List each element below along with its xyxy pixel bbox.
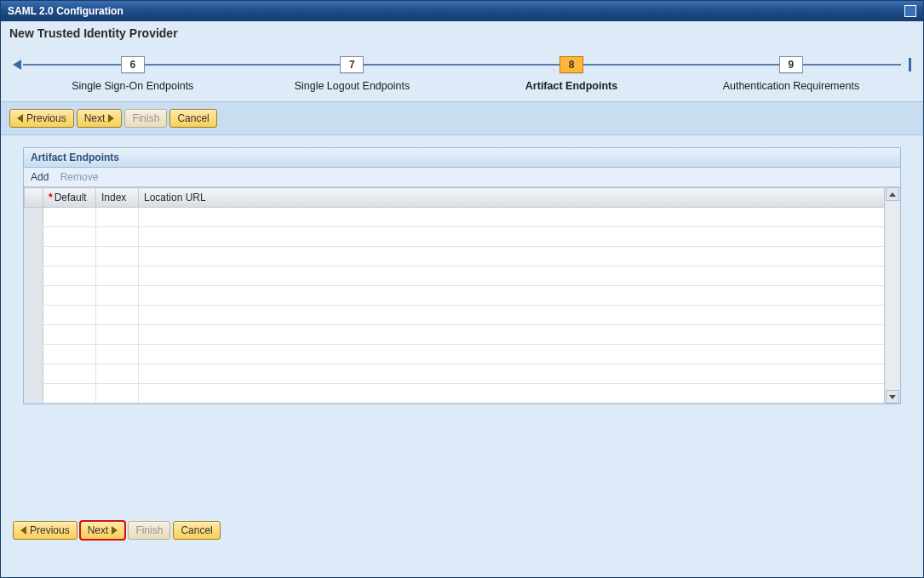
col-location: Location URL (139, 188, 900, 208)
cancel-button-bottom[interactable]: Cancel (173, 521, 220, 540)
table-row[interactable] (25, 306, 900, 325)
wizard-step-label: Artifact Endpoints (525, 80, 617, 92)
cell-default[interactable] (43, 364, 96, 384)
col-index: Index (96, 188, 139, 208)
saml-config-window: SAML 2.0 Configuration New Trusted Ident… (0, 0, 924, 578)
cell-index[interactable] (96, 306, 139, 325)
cell-default[interactable] (43, 325, 96, 345)
table-row[interactable] (25, 247, 900, 266)
cell-index[interactable] (96, 286, 139, 306)
finish-button: Finish (124, 109, 167, 128)
previous-button-bottom-label: Previous (30, 524, 70, 536)
next-button-label: Next (84, 112, 106, 124)
previous-button-label: Previous (26, 112, 66, 124)
table-row[interactable] (25, 345, 900, 364)
artifact-endpoints-panel: Artifact Endpoints Add Remove *Default (23, 147, 901, 404)
row-selector-cell[interactable] (25, 286, 43, 306)
row-selector-cell[interactable] (25, 208, 43, 227)
wizard-step-6[interactable]: 6Single Sign-On Endpoints (65, 42, 201, 92)
triangle-left-icon (17, 114, 23, 123)
wizard-step-box: 7 (340, 56, 364, 73)
finish-button-bottom-label: Finish (135, 524, 163, 536)
previous-button[interactable]: Previous (9, 109, 74, 128)
row-selector-cell[interactable] (25, 227, 43, 247)
wizard-step-7[interactable]: 7Single Logout Endpoints (284, 42, 420, 92)
cell-location[interactable] (139, 325, 900, 345)
main-content: Artifact Endpoints Add Remove *Default (1, 135, 923, 404)
triangle-left-icon (20, 526, 26, 535)
table-row[interactable] (25, 286, 900, 306)
remove-link: Remove (60, 171, 99, 183)
required-asterisk: * (49, 192, 53, 203)
triangle-right-icon (112, 526, 118, 535)
table-row[interactable] (25, 266, 900, 286)
table-row[interactable] (25, 325, 900, 345)
table-row[interactable] (25, 208, 900, 227)
cell-default[interactable] (43, 345, 96, 364)
next-button-bottom-label: Next (88, 524, 109, 536)
endpoints-table: *Default Index Location URL (24, 187, 900, 403)
window-title: SAML 2.0 Configuration (8, 1, 123, 21)
add-link[interactable]: Add (31, 171, 49, 183)
panel-title: Artifact Endpoints (24, 148, 900, 168)
vertical-scrollbar[interactable] (884, 187, 900, 403)
cell-default[interactable] (43, 227, 96, 247)
cell-location[interactable] (139, 266, 900, 286)
cell-default[interactable] (43, 286, 96, 306)
row-selector-cell[interactable] (25, 364, 43, 384)
cell-location[interactable] (139, 364, 900, 384)
previous-button-bottom[interactable]: Previous (13, 521, 77, 540)
col-default: *Default (43, 188, 96, 208)
triangle-right-icon (108, 114, 114, 123)
wizard-roadmap: 6Single Sign-On Endpoints7Single Logout … (1, 42, 923, 101)
cell-index[interactable] (96, 247, 139, 266)
cell-location[interactable] (139, 306, 900, 325)
row-selector-cell[interactable] (25, 266, 43, 286)
cell-default[interactable] (43, 384, 96, 403)
col-rowselector (25, 188, 43, 208)
cell-index[interactable] (96, 384, 139, 403)
next-button-bottom[interactable]: Next (80, 521, 126, 540)
cell-index[interactable] (96, 266, 139, 286)
row-selector-cell[interactable] (25, 384, 43, 403)
cell-location[interactable] (139, 384, 900, 403)
cell-index[interactable] (96, 325, 139, 345)
cell-default[interactable] (43, 208, 96, 227)
table-row[interactable] (25, 364, 900, 384)
cell-location[interactable] (139, 227, 900, 247)
finish-button-label: Finish (132, 112, 159, 124)
finish-button-bottom: Finish (128, 521, 170, 540)
row-selector-cell[interactable] (25, 247, 43, 266)
wizard-step-label: Authentication Requirements (723, 80, 860, 92)
restore-window-icon[interactable] (904, 5, 916, 17)
table-header-row: *Default Index Location URL (25, 188, 900, 208)
cell-location[interactable] (139, 208, 900, 227)
table-row[interactable] (25, 384, 900, 403)
wizard-step-9[interactable]: 9Authentication Requirements (723, 42, 860, 92)
cancel-button[interactable]: Cancel (169, 109, 216, 128)
cell-default[interactable] (43, 306, 96, 325)
cell-index[interactable] (96, 208, 139, 227)
bottom-button-bar: Previous Next Finish Cancel (1, 521, 923, 577)
cell-index[interactable] (96, 364, 139, 384)
row-selector-cell[interactable] (25, 306, 43, 325)
cell-index[interactable] (96, 345, 139, 364)
cell-default[interactable] (43, 247, 96, 266)
endpoints-grid: *Default Index Location URL (24, 187, 900, 403)
wizard-step-box: 8 (560, 56, 583, 73)
wizard-step-8[interactable]: 8Artifact Endpoints (503, 42, 640, 92)
row-selector-cell[interactable] (25, 325, 43, 345)
cell-location[interactable] (139, 345, 900, 364)
table-row[interactable] (25, 227, 900, 247)
wizard-end-icon (909, 58, 911, 72)
scroll-up-button[interactable] (886, 187, 899, 201)
cell-location[interactable] (139, 247, 900, 266)
cell-index[interactable] (96, 227, 139, 247)
scroll-down-button[interactable] (886, 390, 899, 403)
cell-default[interactable] (43, 266, 96, 286)
wizard-back-arrow-icon[interactable] (13, 60, 21, 70)
page-title: New Trusted Identity Provider (1, 21, 923, 42)
row-selector-cell[interactable] (25, 345, 43, 364)
cell-location[interactable] (139, 286, 900, 306)
next-button[interactable]: Next (77, 109, 123, 128)
